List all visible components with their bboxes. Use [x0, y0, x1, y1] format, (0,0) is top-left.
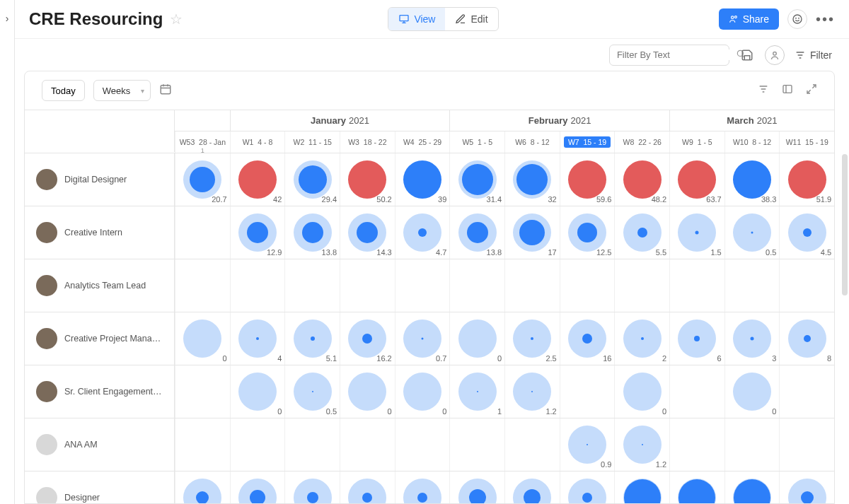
- allocation-cell[interactable]: 0: [724, 365, 780, 418]
- allocation-cell[interactable]: [395, 259, 450, 312]
- allocation-cell[interactable]: [175, 365, 230, 418]
- allocation-cell[interactable]: [724, 471, 780, 503]
- allocation-cell[interactable]: [340, 259, 395, 312]
- allocation-cell[interactable]: [614, 471, 669, 503]
- allocation-cell[interactable]: 0: [175, 312, 230, 365]
- filter-search[interactable]: [609, 45, 729, 66]
- scrollbar[interactable]: [842, 154, 848, 295]
- filter-funnel-icon[interactable]: [758, 83, 769, 98]
- person-cell[interactable]: Creative Intern: [25, 206, 175, 259]
- allocation-cell[interactable]: 12.5: [560, 206, 615, 259]
- allocation-cell[interactable]: 38.3: [724, 153, 780, 206]
- allocation-cell[interactable]: 0.9: [560, 418, 615, 471]
- person-cell[interactable]: ANA AM: [25, 418, 175, 471]
- allocation-cell[interactable]: [560, 259, 615, 312]
- allocation-cell[interactable]: [449, 471, 504, 503]
- allocation-cell[interactable]: 14.3: [340, 206, 395, 259]
- person-cell[interactable]: Designer: [25, 471, 175, 503]
- allocation-cell[interactable]: [175, 206, 230, 259]
- allocation-cell[interactable]: [779, 418, 834, 471]
- allocation-cell[interactable]: [504, 471, 560, 503]
- allocation-cell[interactable]: 0: [340, 365, 395, 418]
- allocation-cell[interactable]: 0: [230, 365, 285, 418]
- allocation-cell[interactable]: 2.5: [504, 312, 560, 365]
- share-button[interactable]: Share: [719, 8, 779, 30]
- allocation-cell[interactable]: 32: [504, 153, 560, 206]
- allocation-cell[interactable]: 50.2: [340, 153, 395, 206]
- allocation-cell[interactable]: 17: [504, 206, 560, 259]
- allocation-cell[interactable]: 20.7: [175, 153, 230, 206]
- person-cell[interactable]: Analytics Team Lead: [25, 259, 175, 312]
- more-icon[interactable]: •••: [816, 11, 835, 28]
- allocation-cell[interactable]: 51.9: [779, 153, 834, 206]
- filter-input[interactable]: [617, 49, 736, 60]
- allocation-cell[interactable]: 6: [669, 312, 724, 365]
- allocation-cell[interactable]: [669, 365, 724, 418]
- today-button[interactable]: Today: [42, 80, 85, 101]
- granularity-select[interactable]: Weeks ▾: [93, 80, 151, 101]
- allocation-cell[interactable]: [614, 259, 669, 312]
- allocation-cell[interactable]: 16: [560, 312, 615, 365]
- allocation-cell[interactable]: [779, 259, 834, 312]
- allocation-cell[interactable]: [284, 418, 340, 471]
- tab-edit[interactable]: Edit: [445, 8, 497, 30]
- allocation-cell[interactable]: [340, 471, 395, 503]
- allocation-cell[interactable]: 2: [614, 312, 669, 365]
- allocation-cell[interactable]: [340, 418, 395, 471]
- allocation-cell[interactable]: 16.2: [340, 312, 395, 365]
- allocation-cell[interactable]: [230, 471, 285, 503]
- allocation-cell[interactable]: [560, 365, 615, 418]
- allocation-cell[interactable]: [175, 418, 230, 471]
- panel-toggle-icon[interactable]: [782, 83, 793, 98]
- allocation-cell[interactable]: 5.5: [614, 206, 669, 259]
- allocation-cell[interactable]: 12.9: [230, 206, 285, 259]
- allocation-cell[interactable]: [395, 418, 450, 471]
- allocation-cell[interactable]: 13.8: [284, 206, 340, 259]
- allocation-cell[interactable]: 0.5: [284, 365, 340, 418]
- person-cell[interactable]: Digital Designer: [25, 153, 175, 206]
- allocation-cell[interactable]: [560, 471, 615, 503]
- allocation-cell[interactable]: [284, 259, 340, 312]
- allocation-cell[interactable]: [449, 418, 504, 471]
- allocation-cell[interactable]: 63.7: [669, 153, 724, 206]
- person-cell[interactable]: Creative Project Mana…: [25, 312, 175, 365]
- allocation-cell[interactable]: 5.1: [284, 312, 340, 365]
- allocation-cell[interactable]: 4.7: [395, 206, 450, 259]
- allocation-cell[interactable]: 1.2: [504, 365, 560, 418]
- allocation-cell[interactable]: 13.8: [449, 206, 504, 259]
- user-avatar-icon[interactable]: [765, 45, 785, 65]
- allocation-cell[interactable]: 29.4: [284, 153, 340, 206]
- tab-view[interactable]: View: [388, 8, 445, 30]
- allocation-cell[interactable]: [395, 471, 450, 503]
- allocation-cell[interactable]: 0: [395, 365, 450, 418]
- allocation-cell[interactable]: [669, 418, 724, 471]
- allocation-cell[interactable]: [284, 471, 340, 503]
- allocation-cell[interactable]: [175, 259, 230, 312]
- allocation-cell[interactable]: [230, 259, 285, 312]
- person-cell[interactable]: Sr. Client Engagement…: [25, 365, 175, 418]
- allocation-cell[interactable]: [175, 471, 230, 503]
- allocation-cell[interactable]: [669, 471, 724, 503]
- allocation-cell[interactable]: [669, 259, 724, 312]
- allocation-cell[interactable]: [230, 418, 285, 471]
- allocation-cell[interactable]: 1.5: [669, 206, 724, 259]
- allocation-cell[interactable]: 42: [230, 153, 285, 206]
- allocation-cell[interactable]: 1: [449, 365, 504, 418]
- allocation-cell[interactable]: 31.4: [449, 153, 504, 206]
- allocation-cell[interactable]: 3: [724, 312, 780, 365]
- allocation-cell[interactable]: 0.7: [395, 312, 450, 365]
- calendar-icon[interactable]: [159, 83, 172, 98]
- allocation-cell[interactable]: 59.6: [560, 153, 615, 206]
- sidebar-expand[interactable]: ›: [0, 0, 15, 504]
- allocation-cell[interactable]: 48.2: [614, 153, 669, 206]
- star-icon[interactable]: ☆: [170, 11, 183, 28]
- allocation-cell[interactable]: [724, 418, 780, 471]
- allocation-cell[interactable]: 39: [395, 153, 450, 206]
- allocation-cell[interactable]: [724, 259, 780, 312]
- allocation-cell[interactable]: 4.5: [779, 206, 834, 259]
- allocation-cell[interactable]: [779, 471, 834, 503]
- allocation-cell[interactable]: [449, 259, 504, 312]
- allocation-cell[interactable]: 0: [449, 312, 504, 365]
- allocation-cell[interactable]: 4: [230, 312, 285, 365]
- expand-icon[interactable]: [806, 83, 817, 98]
